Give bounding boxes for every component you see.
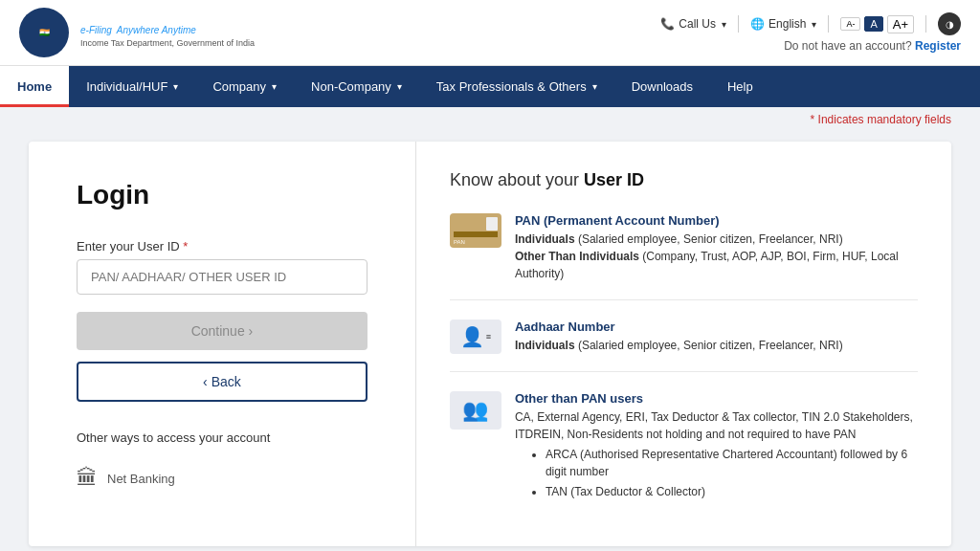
mandatory-notice: * Indicates mandatory fields (0, 107, 980, 132)
language-button[interactable]: 🌐 English ▾ (750, 17, 816, 31)
know-section: Know about your User ID PAN PAN (Permane… (416, 142, 951, 546)
bank-icon: 🏛 (77, 466, 98, 491)
logo-text: e-Filing Anywhere Anytime Income Tax Dep… (80, 18, 255, 48)
other-bullet-2: TAN (Tax Deductor & Collector) (546, 483, 918, 500)
font-normal-button[interactable]: A (864, 16, 882, 32)
individual-chevron-icon: ▾ (173, 81, 178, 92)
nav-help[interactable]: Help (710, 66, 770, 107)
taxpro-chevron-icon: ▾ (592, 81, 597, 92)
call-us-button[interactable]: 📞 Call Us ▾ (660, 17, 726, 31)
aadhaar-info-card: 👤 ≡ Aadhaar Number Individuals (Salaried… (450, 320, 918, 372)
net-banking-button[interactable]: 🏛 Net Banking (77, 458, 368, 498)
other-heading: Other than PAN users (515, 391, 918, 406)
aadhaar-info-content: Aadhaar Number Individuals (Salaried emp… (515, 320, 918, 354)
register-row: Do not have an account? Register (784, 39, 961, 53)
top-bar: 🇮🇳 e-Filing Anywhere Anytime Income Tax … (0, 0, 980, 66)
pan-otherthan-text: Other Than Individuals (Company, Trust, … (515, 248, 918, 282)
login-title: Login (77, 180, 368, 210)
other-user-icon: 👥 (450, 391, 501, 430)
aadhaar-icon: 👤 ≡ (450, 320, 501, 354)
main-content: Login Enter your User ID * Continue › ‹ … (0, 132, 980, 551)
back-button[interactable]: ‹ Back (77, 362, 368, 402)
continue-button[interactable]: Continue › (77, 312, 368, 350)
lang-chevron-icon: ▾ (812, 19, 816, 30)
company-chevron-icon: ▾ (272, 81, 277, 92)
other-bullet-1: ARCA (Authorised Representative Chartere… (546, 446, 918, 480)
net-banking-label: Net Banking (107, 472, 175, 486)
aadhaar-lines-icon: ≡ (486, 332, 491, 342)
nav-home[interactable]: Home (0, 66, 69, 107)
other-ways-section: Other ways to access your account 🏛 Net … (77, 430, 368, 498)
logo-efiling: e-Filing Anywhere Anytime (80, 18, 255, 38)
pan-strip (454, 231, 498, 237)
pan-text: PAN (454, 239, 498, 245)
divider (738, 15, 739, 33)
nav-bar: Home Individual/HUF ▾ Company ▾ Non-Comp… (0, 66, 980, 107)
nav-tax-professionals[interactable]: Tax Professionals & Others ▾ (419, 66, 614, 107)
contrast-button[interactable]: ◑ (938, 12, 961, 35)
top-right: 📞 Call Us ▾ 🌐 English ▾ A- A A+ ◑ Do not (660, 12, 961, 53)
register-link[interactable]: Register (915, 39, 961, 53)
nav-individual[interactable]: Individual/HUF ▾ (69, 66, 195, 107)
font-size-controls: A- A A+ (840, 15, 914, 33)
logo-subtitle: Income Tax Department, Government of Ind… (80, 38, 255, 48)
user-id-field-group: Enter your User ID * (77, 239, 368, 295)
logo-emblem: 🇮🇳 (19, 8, 69, 57)
user-id-label: Enter your User ID * (77, 239, 368, 253)
contrast-icon: ◑ (946, 19, 954, 30)
login-section: Login Enter your User ID * Continue › ‹ … (29, 142, 416, 546)
user-id-input[interactable] (77, 259, 368, 295)
other-info-content: Other than PAN users CA, External Agency… (515, 391, 918, 500)
divider2 (828, 15, 829, 33)
other-info-card: 👥 Other than PAN users CA, External Agen… (450, 391, 918, 518)
nav-company[interactable]: Company ▾ (195, 66, 294, 107)
font-increase-button[interactable]: A+ (887, 15, 914, 33)
content-card: Login Enter your User ID * Continue › ‹ … (29, 142, 951, 546)
aadhaar-individuals-text: Individuals (Salaried employee, Senior c… (515, 337, 918, 354)
call-chevron-icon: ▾ (722, 19, 726, 30)
group-icon: 👥 (462, 398, 488, 423)
nav-downloads[interactable]: Downloads (614, 66, 710, 107)
other-bullets: ARCA (Authorised Representative Chartere… (530, 446, 918, 500)
aadhaar-heading: Aadhaar Number (515, 320, 918, 334)
globe-icon: 🌐 (750, 17, 765, 31)
divider3 (925, 15, 926, 33)
pan-info-content: PAN (Permanent Account Number) Individua… (515, 213, 918, 282)
pan-card-icon: PAN (450, 213, 501, 248)
nav-noncompany[interactable]: Non-Company ▾ (294, 66, 419, 107)
phone-icon: 📞 (660, 17, 675, 31)
pan-heading: PAN (Permanent Account Number) (515, 213, 918, 228)
font-decrease-button[interactable]: A- (840, 17, 860, 31)
pan-info-card: PAN PAN (Permanent Account Number) Indiv… (450, 213, 918, 300)
logo-area: 🇮🇳 e-Filing Anywhere Anytime Income Tax … (19, 8, 255, 57)
required-star: * (183, 239, 188, 253)
person-icon: 👤 (460, 325, 484, 348)
pan-individuals-text: Individuals (Salaried employee, Senior c… (515, 231, 918, 248)
know-title: Know about your User ID (450, 170, 918, 190)
pan-photo (486, 217, 498, 231)
other-ways-title: Other ways to access your account (77, 430, 368, 445)
noncompany-chevron-icon: ▾ (397, 81, 402, 92)
top-controls: 📞 Call Us ▾ 🌐 English ▾ A- A A+ ◑ (660, 12, 961, 35)
other-line1-text: CA, External Agency, ERI, Tax Deductor &… (515, 408, 918, 443)
